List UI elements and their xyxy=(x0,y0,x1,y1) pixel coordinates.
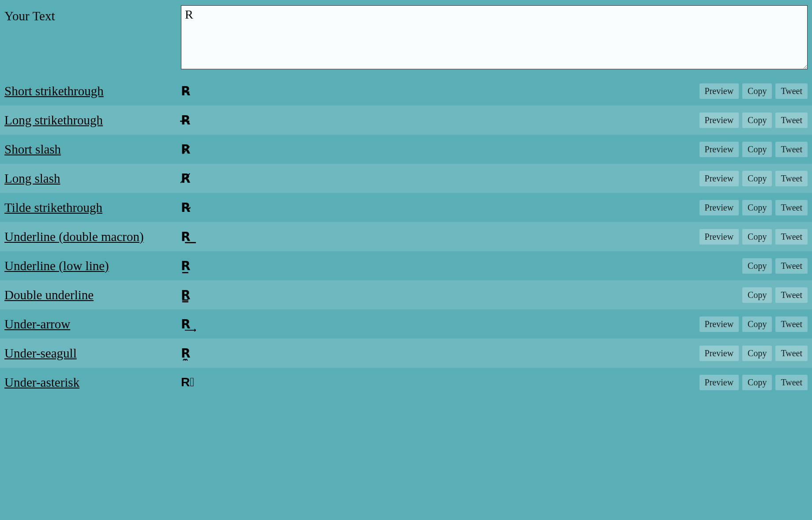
copy-button[interactable]: Copy xyxy=(742,200,772,215)
style-name-link[interactable]: Short strikethrough xyxy=(4,84,181,98)
style-actions: PreviewCopyTweet xyxy=(699,317,808,332)
style-row: Tilde strikethroughR̴PreviewCopyTweet xyxy=(0,193,812,222)
style-name-link[interactable]: Double underline xyxy=(4,288,181,302)
style-actions: PreviewCopyTweet xyxy=(699,83,808,99)
style-output: R͙ xyxy=(181,375,699,389)
style-row: Short strikethroughR̵PreviewCopyTweet xyxy=(0,76,812,106)
style-output: R̷ xyxy=(181,142,699,157)
style-row: Under-asteriskR͙PreviewCopyTweet xyxy=(0,368,812,397)
tweet-button[interactable]: Tweet xyxy=(775,258,808,274)
input-label: Your Text xyxy=(4,5,181,23)
copy-button[interactable]: Copy xyxy=(742,375,772,390)
copy-button[interactable]: Copy xyxy=(742,287,772,303)
tweet-button[interactable]: Tweet xyxy=(775,375,808,390)
text-input[interactable] xyxy=(181,5,808,69)
copy-button[interactable]: Copy xyxy=(742,171,772,186)
tweet-button[interactable]: Tweet xyxy=(775,171,808,186)
style-row: Long strikethroughR̶PreviewCopyTweet xyxy=(0,106,812,135)
style-actions: PreviewCopyTweet xyxy=(699,142,808,157)
preview-button[interactable]: Preview xyxy=(699,142,739,157)
preview-button[interactable]: Preview xyxy=(699,83,739,99)
tweet-button[interactable]: Tweet xyxy=(775,142,808,157)
style-row: Under-arrowR͢PreviewCopyTweet xyxy=(0,309,812,339)
tweet-button[interactable]: Tweet xyxy=(775,346,808,361)
style-actions: PreviewCopyTweet xyxy=(699,375,808,390)
style-actions: PreviewCopyTweet xyxy=(699,200,808,215)
style-actions: PreviewCopyTweet xyxy=(699,229,808,245)
preview-button[interactable]: Preview xyxy=(699,375,739,390)
style-row: Under-seagullR̼PreviewCopyTweet xyxy=(0,339,812,368)
preview-button[interactable]: Preview xyxy=(699,171,739,186)
style-name-link[interactable]: Tilde strikethrough xyxy=(4,200,181,215)
style-actions: PreviewCopyTweet xyxy=(699,346,808,361)
style-output: R̶ xyxy=(181,113,699,128)
style-name-link[interactable]: Under-seagull xyxy=(4,346,181,361)
style-row: Short slashR̷PreviewCopyTweet xyxy=(0,135,812,164)
style-name-link[interactable]: Under-asterisk xyxy=(4,375,181,390)
tweet-button[interactable]: Tweet xyxy=(775,200,808,215)
tweet-button[interactable]: Tweet xyxy=(775,317,808,332)
style-actions: CopyTweet xyxy=(742,258,808,274)
style-row: Underline (low line)R̲CopyTweet xyxy=(0,251,812,280)
style-actions: CopyTweet xyxy=(742,287,808,303)
style-output: R̵ xyxy=(181,84,699,98)
style-actions: PreviewCopyTweet xyxy=(699,113,808,128)
tweet-button[interactable]: Tweet xyxy=(775,287,808,303)
style-name-link[interactable]: Underline (double macron) xyxy=(4,230,181,244)
tweet-button[interactable]: Tweet xyxy=(775,83,808,99)
style-name-link[interactable]: Long strikethrough xyxy=(4,113,181,128)
style-output: R̴ xyxy=(181,200,699,215)
copy-button[interactable]: Copy xyxy=(742,113,772,128)
style-output: R̳ xyxy=(181,288,742,302)
tweet-button[interactable]: Tweet xyxy=(775,229,808,245)
style-name-link[interactable]: Long slash xyxy=(4,171,181,186)
preview-button[interactable]: Preview xyxy=(699,229,739,245)
preview-button[interactable]: Preview xyxy=(699,317,739,332)
preview-button[interactable]: Preview xyxy=(699,113,739,128)
copy-button[interactable]: Copy xyxy=(742,83,772,99)
preview-button[interactable]: Preview xyxy=(699,346,739,361)
preview-button[interactable]: Preview xyxy=(699,200,739,215)
style-output: R̲ xyxy=(181,259,742,273)
style-name-link[interactable]: Underline (low line) xyxy=(4,259,181,273)
input-row: Your Text xyxy=(0,0,812,76)
style-name-link[interactable]: Under-arrow xyxy=(4,317,181,332)
copy-button[interactable]: Copy xyxy=(742,317,772,332)
style-output: R̸ xyxy=(181,171,699,186)
style-output: R̼ xyxy=(181,346,699,361)
copy-button[interactable]: Copy xyxy=(742,346,772,361)
style-row: Long slashR̸PreviewCopyTweet xyxy=(0,164,812,193)
style-row: Underline (double macron)R͟PreviewCopyTw… xyxy=(0,222,812,251)
copy-button[interactable]: Copy xyxy=(742,229,772,245)
copy-button[interactable]: Copy xyxy=(742,142,772,157)
style-name-link[interactable]: Short slash xyxy=(4,142,181,157)
copy-button[interactable]: Copy xyxy=(742,258,772,274)
style-output: R͟ xyxy=(181,230,699,244)
style-row: Double underlineR̳CopyTweet xyxy=(0,280,812,309)
style-actions: PreviewCopyTweet xyxy=(699,171,808,186)
tweet-button[interactable]: Tweet xyxy=(775,113,808,128)
style-output: R͢ xyxy=(181,317,699,332)
